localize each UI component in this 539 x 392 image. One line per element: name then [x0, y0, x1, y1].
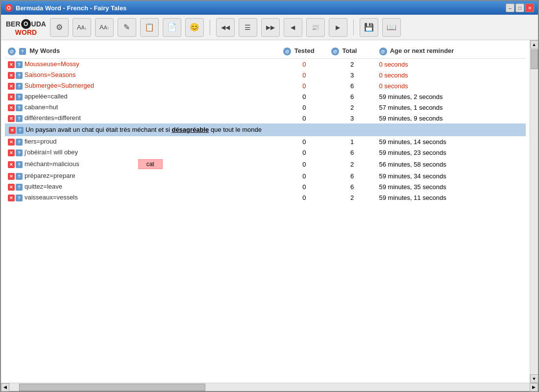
header-age-label: Age or next reminder [390, 47, 454, 54]
word-text: Saisons=Seasons [24, 71, 75, 78]
word-cell: ✕?Saisons=Seasons [5, 70, 280, 80]
word-cell: ✕?quittez=leave [5, 181, 280, 192]
table-body: ✕?Mousseuse=Mossy020 seconds✕?Saisons=Se… [5, 59, 526, 203]
row-x-icon[interactable]: ✕ [8, 173, 15, 180]
word-text: appelée=called [24, 93, 68, 100]
next-fast-button[interactable]: ▶▶ [261, 18, 280, 37]
row-x-icon[interactable]: ✕ [8, 139, 15, 146]
tested-cell: 0 [280, 80, 328, 91]
close-button[interactable]: ✕ [525, 3, 534, 12]
tested-cell: 0 [280, 171, 328, 181]
row-q-icon[interactable]: ? [16, 161, 23, 168]
row-q-icon[interactable]: ? [16, 72, 23, 79]
word-cell: ✕?fiers=proud [5, 136, 280, 147]
filter-button[interactable]: 📄 [163, 18, 181, 37]
total-cell: 2 [328, 158, 376, 171]
row-x-icon[interactable]: ✕ [8, 161, 15, 168]
table-row: ✕?Un paysan avait un chat qui était très… [5, 123, 526, 136]
table-row: ✕?différentes=different0359 minutes, 9 s… [5, 113, 526, 123]
save-button[interactable]: 💾 [360, 18, 378, 37]
prev-fast-button[interactable]: ◀◀ [216, 18, 235, 37]
table-row: ✕?j'obéirai=I will obey0659 minutes, 23 … [5, 147, 526, 158]
age-cell: 0 seconds [376, 59, 526, 70]
scroll-thumb[interactable] [531, 49, 538, 69]
page-button[interactable]: 📰 [306, 18, 325, 37]
age-cell: 59 minutes, 23 seconds [376, 147, 526, 158]
row-x-icon[interactable]: ✕ [8, 94, 15, 100]
row-x-icon[interactable]: ✕ [8, 184, 15, 191]
prev-button[interactable]: ◀ [284, 18, 302, 37]
row-q-icon[interactable]: ? [16, 184, 23, 191]
total-cell: 3 [328, 113, 376, 123]
age-cell: 59 minutes, 9 seconds [376, 113, 526, 123]
h-scroll-thumb[interactable] [19, 384, 205, 391]
row-x-icon[interactable]: ✕ [8, 104, 15, 111]
row-q-icon[interactable]: ? [16, 104, 23, 111]
scroll-down-arrow[interactable]: ▼ [530, 374, 539, 383]
age-cell: 59 minutes, 2 seconds [376, 91, 526, 102]
table-header: @ ? My Words @ Tested @ Total [5, 44, 526, 59]
row-x-icon[interactable]: ✕ [8, 61, 15, 68]
logo-muda: UDA [31, 21, 46, 27]
row-x-icon[interactable]: ✕ [9, 127, 16, 134]
row-x-icon[interactable]: ✕ [8, 149, 15, 156]
font-size-down-button[interactable]: AA↓ [73, 18, 91, 37]
word-text: préparez=prepare [24, 172, 75, 179]
face-button[interactable]: 😊 [185, 18, 204, 37]
row-x-icon[interactable]: ✕ [8, 72, 15, 79]
total-cell: 6 [328, 91, 376, 102]
age-cell: 59 minutes, 14 seconds [376, 136, 526, 147]
header-total-label: Total [342, 47, 357, 54]
total-cell: 6 [328, 147, 376, 158]
app-window: O Bermuda Word - French - Fairy Tales – … [0, 0, 539, 392]
header-age-icon: @ [379, 48, 387, 55]
header-age: @ Age or next reminder [376, 44, 526, 59]
toolbar-separator-1 [210, 20, 210, 35]
row-q-icon[interactable]: ? [16, 139, 23, 146]
row-q-icon[interactable]: ? [16, 195, 23, 201]
list-button[interactable]: ☰ [239, 18, 257, 37]
row-q-icon[interactable]: ? [16, 61, 23, 68]
tested-cell: 0 [280, 136, 328, 147]
row-q-icon[interactable]: ? [16, 94, 23, 100]
edit-button[interactable]: ✎ [118, 18, 136, 37]
scroll-right-arrow[interactable]: ▶ [530, 383, 538, 392]
row-q-icon[interactable]: ? [17, 127, 24, 134]
vertical-scrollbar[interactable]: ▲ ▼ [530, 40, 538, 383]
horizontal-scrollbar[interactable]: ◀ ▶ [1, 383, 538, 391]
scroll-up-arrow[interactable]: ▲ [530, 40, 539, 49]
row-x-icon[interactable]: ✕ [8, 195, 15, 201]
maximize-button[interactable]: □ [515, 3, 524, 12]
header-mywords-q[interactable]: ? [19, 48, 26, 55]
table-row: ✕?appelée=called0659 minutes, 2 seconds [5, 91, 526, 102]
book-button[interactable]: 📖 [382, 18, 401, 37]
tested-cell: 0 [280, 181, 328, 192]
word-input[interactable] [138, 159, 163, 169]
row-x-icon[interactable]: ✕ [8, 115, 15, 122]
scroll-left-arrow[interactable]: ◀ [1, 383, 9, 392]
clipboard-button[interactable]: 📋 [140, 18, 159, 37]
age-cell: 57 minutes, 1 seconds [376, 102, 526, 113]
total-cell: 6 [328, 181, 376, 192]
header-total-icon: @ [331, 48, 339, 55]
font-size-up-button[interactable]: AA↑ [95, 18, 114, 37]
row-q-icon[interactable]: ? [16, 173, 23, 180]
h-scroll-track [9, 383, 530, 391]
tested-cell: 0 [280, 192, 328, 203]
tested-cell: 0 [280, 113, 328, 123]
word-text: cabane=hut [24, 103, 58, 111]
word-cell: ✕?méchant=malicious [5, 158, 280, 171]
word-text: Submergée=Submerged [24, 82, 94, 89]
table-row: ✕?méchant=malicious0256 minutes, 58 seco… [5, 158, 526, 171]
row-q-icon[interactable]: ? [16, 83, 23, 90]
minimize-button[interactable]: – [506, 3, 514, 12]
title-buttons: – □ ✕ [506, 3, 534, 12]
total-cell: 2 [328, 102, 376, 113]
logo-ber: BER [6, 21, 21, 27]
settings-button[interactable]: ⚙ [50, 18, 69, 37]
row-q-icon[interactable]: ? [16, 149, 23, 156]
row-x-icon[interactable]: ✕ [8, 83, 15, 90]
next-button[interactable]: ▶ [329, 18, 347, 37]
row-q-icon[interactable]: ? [16, 115, 23, 122]
total-cell: 2 [328, 192, 376, 203]
